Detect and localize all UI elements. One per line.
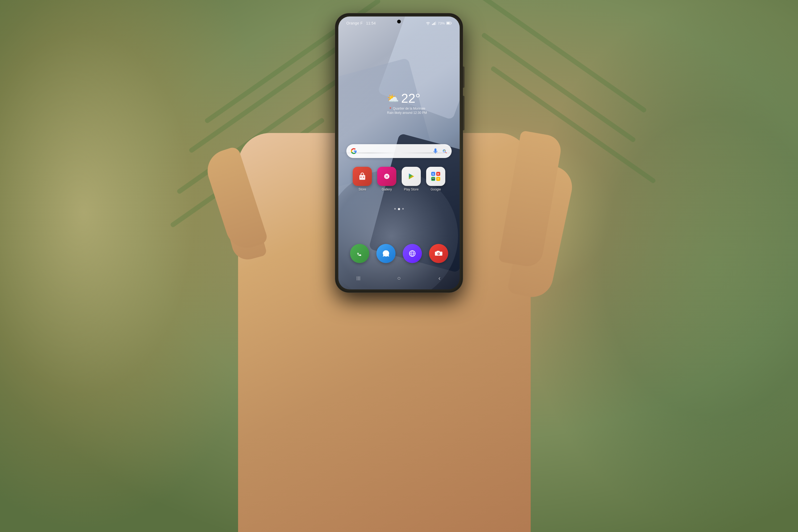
recents-button[interactable]: ||| xyxy=(352,273,365,284)
weather-temperature: 22° xyxy=(401,91,421,106)
app-item-store[interactable]: Store xyxy=(353,167,372,191)
back-icon: ‹ xyxy=(438,274,440,282)
home-icon: ○ xyxy=(397,275,401,282)
dock-phone-icon xyxy=(350,244,369,263)
page-dot-2 xyxy=(398,208,400,210)
store-label: Store xyxy=(359,188,366,191)
dock-browser-icon xyxy=(403,244,422,263)
svg-point-10 xyxy=(360,177,361,178)
svg-rect-5 xyxy=(447,22,450,24)
signal-icon xyxy=(432,21,436,25)
svg-rect-3 xyxy=(435,22,436,25)
weather-widget: ⛅ 22° 📍 Quartier de la Monnaie Rain like… xyxy=(387,91,427,115)
dock-item-phone[interactable] xyxy=(350,244,369,263)
svg-marker-17 xyxy=(409,173,414,179)
navigation-bar: ||| ○ ‹ xyxy=(338,271,460,285)
bg-right xyxy=(519,0,798,532)
google-app-icon: G ▶ 📷 ⚙ xyxy=(426,167,445,186)
weather-description: Rain likely around 12:30 PM xyxy=(387,111,427,115)
location-pin: 📍 xyxy=(388,107,392,110)
bg-left xyxy=(0,0,279,532)
page-dot-3 xyxy=(402,208,404,210)
google-search-bar[interactable] xyxy=(346,144,452,158)
svg-rect-6 xyxy=(451,23,452,24)
dock-messages-icon xyxy=(376,244,396,263)
phone-wrapper: Orange F 11:54 xyxy=(335,13,463,292)
carrier-label: Orange F xyxy=(346,21,363,25)
svg-rect-9 xyxy=(359,175,365,180)
app-grid: Store xyxy=(338,167,460,191)
app-item-google[interactable]: G ▶ 📷 ⚙ Google xyxy=(426,167,445,191)
page-indicators xyxy=(338,208,460,210)
svg-point-11 xyxy=(363,177,364,178)
gallery-label: Gallery xyxy=(382,188,392,191)
weather-icon: ⛅ xyxy=(387,93,399,104)
volume-button[interactable] xyxy=(463,96,464,130)
dock-item-messages[interactable] xyxy=(376,244,396,263)
back-button[interactable]: ‹ xyxy=(433,273,446,284)
playstore-label: Play Store xyxy=(404,188,418,191)
status-icons: 73% xyxy=(425,21,452,25)
home-button[interactable]: ○ xyxy=(392,273,406,284)
battery-icon xyxy=(446,22,452,25)
recents-icon: ||| xyxy=(357,276,360,281)
battery-percent: 73% xyxy=(438,21,445,25)
store-icon xyxy=(353,167,372,186)
dock-item-camera[interactable] xyxy=(429,244,448,263)
location-name: Quartier de la Monnaie xyxy=(393,107,425,110)
carrier-time: Orange F 11:54 xyxy=(346,21,376,25)
app-item-playstore[interactable]: Play Store xyxy=(402,167,421,191)
app-item-gallery[interactable]: Gallery xyxy=(377,167,396,191)
weather-temp-row: ⛅ 22° xyxy=(387,91,427,106)
google-app-label: Google xyxy=(431,188,441,191)
dock-camera-icon xyxy=(429,244,448,263)
dock-item-browser[interactable] xyxy=(403,244,422,263)
camera-cutout xyxy=(397,20,401,23)
fold-crease xyxy=(338,153,460,153)
weather-location: 📍 Quartier de la Monnaie xyxy=(387,107,427,110)
page-dot-1 xyxy=(394,208,396,210)
svg-rect-0 xyxy=(432,24,433,25)
svg-rect-1 xyxy=(433,23,434,25)
gallery-icon xyxy=(377,167,396,186)
wifi-icon xyxy=(425,21,431,25)
svg-rect-2 xyxy=(434,22,435,25)
phone-screen: Orange F 11:54 xyxy=(338,17,460,289)
svg-point-23 xyxy=(438,253,439,254)
time-label: 11:54 xyxy=(366,21,376,25)
playstore-icon xyxy=(402,167,421,186)
phone-body: Orange F 11:54 xyxy=(335,13,463,292)
scene: Orange F 11:54 xyxy=(0,0,798,532)
svg-point-16 xyxy=(386,176,387,177)
power-button[interactable] xyxy=(463,66,464,88)
dock xyxy=(346,242,452,265)
